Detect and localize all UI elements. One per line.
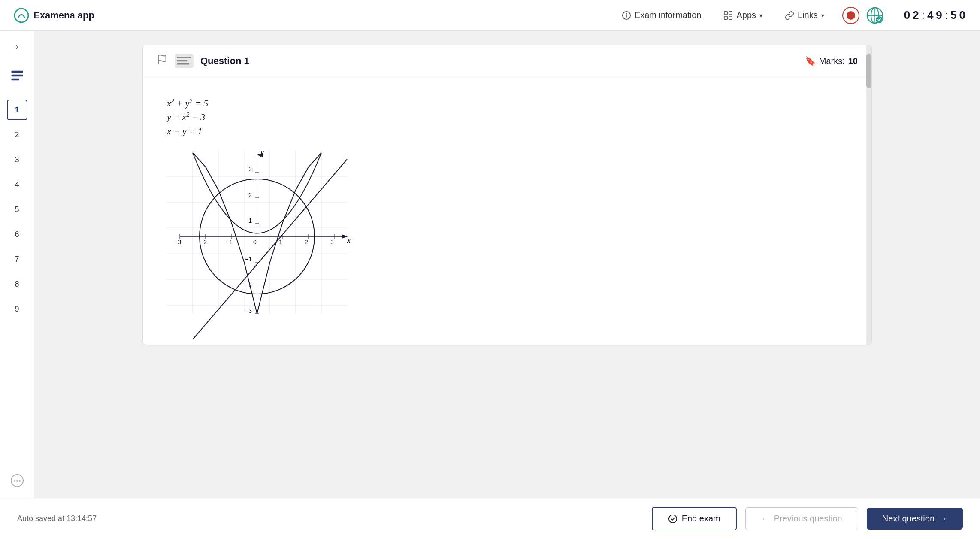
timer-d2: 2 bbox=[913, 9, 920, 22]
marks-value: 10 bbox=[848, 56, 858, 66]
exam-info-label: Exam information bbox=[635, 10, 702, 20]
record-button[interactable] bbox=[842, 7, 859, 24]
sidebar-toggle[interactable]: › bbox=[9, 38, 26, 55]
graph-container: x y −3 −2 −1 0 1 2 bbox=[167, 151, 847, 324]
apps-chevron-icon: ▾ bbox=[759, 12, 762, 19]
question-body: x2 + y2 = 5 y = x2 − 3 x − y = 1 bbox=[143, 77, 871, 345]
question-num-3[interactable]: 3 bbox=[7, 149, 27, 170]
svg-text:−1: −1 bbox=[226, 239, 233, 245]
timer-d3: 4 bbox=[927, 9, 934, 22]
end-exam-label: End exam bbox=[682, 514, 720, 524]
info-icon bbox=[622, 11, 631, 20]
timer-d4: 9 bbox=[936, 9, 943, 22]
svg-text:3: 3 bbox=[330, 239, 334, 245]
chat-icon bbox=[10, 474, 24, 488]
header-icons bbox=[842, 7, 883, 24]
flag-svg bbox=[157, 54, 168, 65]
equation-2: y = x2 − 3 bbox=[167, 112, 847, 123]
question-num-4[interactable]: 4 bbox=[7, 174, 27, 195]
timer-colon2: : bbox=[945, 9, 949, 22]
question-num-5[interactable]: 5 bbox=[7, 199, 27, 220]
question-num-2[interactable]: 2 bbox=[7, 124, 27, 145]
equation-3: x − y = 1 bbox=[167, 126, 847, 137]
main-layout: › 1 2 3 4 5 6 7 8 9 bbox=[0, 31, 980, 498]
question-num-9[interactable]: 9 bbox=[7, 299, 27, 319]
graph-svg: x y −3 −2 −1 0 1 2 bbox=[167, 151, 347, 322]
marks-label: Marks: bbox=[819, 56, 845, 66]
svg-text:−3: −3 bbox=[245, 307, 252, 314]
question-card: Question 1 🔖 Marks: 10 x2 + y2 = 5 y = x… bbox=[142, 45, 872, 345]
timer-d5: 5 bbox=[950, 9, 957, 22]
links-button[interactable]: Links ▾ bbox=[780, 8, 829, 23]
question-title: Question 1 bbox=[200, 55, 798, 67]
logo-area: Examena app bbox=[14, 8, 607, 23]
app-title: Examena app bbox=[33, 10, 94, 21]
timer-colon1: : bbox=[922, 9, 926, 22]
svg-point-0 bbox=[15, 9, 28, 22]
flag-icon[interactable] bbox=[157, 54, 168, 68]
prev-question-button[interactable]: ← Previous question bbox=[745, 507, 858, 530]
svg-text:1: 1 bbox=[279, 239, 282, 245]
svg-point-17 bbox=[14, 480, 15, 482]
svg-text:−3: −3 bbox=[174, 239, 181, 245]
apps-label: Apps bbox=[736, 10, 756, 20]
content-area: Question 1 🔖 Marks: 10 x2 + y2 = 5 y = x… bbox=[34, 31, 980, 498]
layers-icon bbox=[9, 68, 25, 83]
globe-button[interactable] bbox=[866, 7, 883, 24]
question-mode-icon bbox=[175, 54, 194, 68]
record-dot bbox=[847, 11, 855, 20]
question-num-8[interactable]: 8 bbox=[7, 274, 27, 294]
links-label: Links bbox=[798, 10, 818, 20]
next-label: Next question bbox=[882, 514, 935, 524]
svg-rect-24 bbox=[177, 63, 189, 65]
svg-rect-13 bbox=[11, 71, 23, 73]
question-num-1[interactable]: 1 bbox=[7, 100, 27, 120]
svg-rect-23 bbox=[177, 60, 187, 62]
svg-rect-14 bbox=[11, 75, 23, 77]
equation-1: x2 + y2 = 5 bbox=[167, 98, 847, 109]
scrollbar-track[interactable] bbox=[866, 45, 871, 345]
svg-point-18 bbox=[16, 480, 18, 482]
sidebar-chat-icon[interactable] bbox=[7, 470, 27, 491]
timer-d1: 0 bbox=[904, 9, 911, 22]
mode-icon bbox=[175, 54, 194, 68]
svg-text:−2: −2 bbox=[200, 239, 207, 245]
svg-text:3: 3 bbox=[248, 166, 252, 173]
scrollbar-thumb[interactable] bbox=[866, 54, 871, 88]
next-question-button[interactable]: Next question → bbox=[867, 508, 963, 530]
marks-badge: 🔖 Marks: 10 bbox=[805, 56, 858, 66]
svg-rect-15 bbox=[11, 79, 19, 81]
bottom-buttons: End exam ← Previous question Next questi… bbox=[652, 507, 963, 530]
question-num-7[interactable]: 7 bbox=[7, 249, 27, 270]
svg-rect-4 bbox=[724, 11, 727, 14]
svg-rect-5 bbox=[729, 11, 732, 14]
timer: 0 2 : 4 9 : 5 0 bbox=[904, 9, 966, 22]
svg-text:2: 2 bbox=[248, 191, 252, 198]
svg-text:0: 0 bbox=[253, 239, 257, 245]
svg-rect-7 bbox=[729, 16, 732, 19]
exam-info-button[interactable]: Exam information bbox=[617, 8, 706, 23]
bookmark-icon: 🔖 bbox=[805, 56, 816, 66]
next-arrow-icon: → bbox=[939, 514, 947, 524]
svg-text:y: y bbox=[260, 148, 264, 157]
sidebar-doc-icon[interactable] bbox=[7, 65, 27, 86]
svg-rect-22 bbox=[177, 57, 191, 58]
links-icon bbox=[785, 11, 794, 20]
apps-icon bbox=[723, 11, 733, 20]
equations: x2 + y2 = 5 y = x2 − 3 x − y = 1 bbox=[167, 98, 847, 137]
auto-saved-text: Auto saved at 13:14:57 bbox=[17, 514, 97, 523]
svg-text:−1: −1 bbox=[245, 256, 252, 263]
svg-text:−2: −2 bbox=[245, 282, 252, 288]
svg-rect-6 bbox=[724, 16, 727, 19]
svg-text:1: 1 bbox=[248, 217, 252, 224]
apps-button[interactable]: Apps ▾ bbox=[719, 8, 767, 23]
logo-icon bbox=[14, 8, 29, 23]
question-num-6[interactable]: 6 bbox=[7, 224, 27, 245]
prev-arrow-icon: ← bbox=[761, 514, 770, 524]
end-exam-button[interactable]: End exam bbox=[652, 507, 737, 530]
svg-text:2: 2 bbox=[305, 239, 308, 245]
question-header: Question 1 🔖 Marks: 10 bbox=[143, 45, 871, 77]
question-numbers: 1 2 3 4 5 6 7 8 9 bbox=[7, 100, 27, 319]
globe-icon bbox=[866, 7, 883, 24]
svg-text:x: x bbox=[347, 236, 351, 245]
